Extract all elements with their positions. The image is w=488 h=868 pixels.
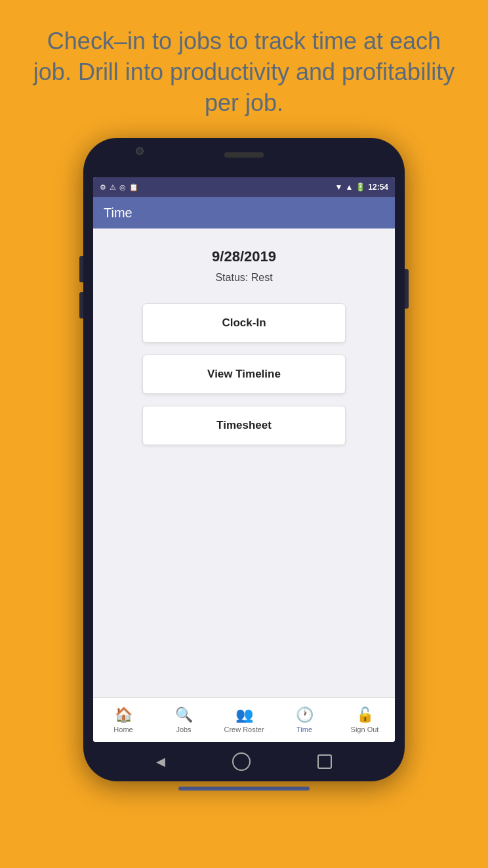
- bottom-navigation: 🏠 Home 🔍 Jobs 👥 Crew Roster 🕐 Time 🔓 Sig…: [93, 697, 395, 742]
- status-display: Status: Rest: [215, 272, 272, 284]
- nav-label-time: Time: [296, 726, 312, 733]
- volume-up-button: [79, 256, 83, 282]
- bottom-accent-bar: [178, 787, 310, 791]
- status-bar-left: ⚙ ⚠ ◎ 📋: [100, 183, 138, 192]
- nav-item-crew-roster[interactable]: 👥 Crew Roster: [214, 706, 274, 733]
- hardware-nav-bar: ◀: [83, 742, 405, 781]
- nav-label-home: Home: [113, 726, 132, 733]
- phone-top: [83, 138, 405, 177]
- volume-down-button: [79, 292, 83, 318]
- view-timeline-button[interactable]: View Timeline: [142, 355, 346, 394]
- clock-in-button[interactable]: Clock-In: [142, 303, 346, 343]
- wifi-icon: ▼: [335, 183, 343, 192]
- app-bar: Time: [93, 197, 395, 228]
- nav-label-crew-roster: Crew Roster: [224, 726, 264, 733]
- circle-icon: ◎: [119, 183, 126, 192]
- home-hw-button[interactable]: [232, 752, 251, 771]
- home-icon: 🏠: [115, 706, 132, 724]
- back-button[interactable]: ◀: [156, 754, 165, 769]
- main-content: 9/28/2019 Status: Rest Clock-In View Tim…: [93, 228, 395, 697]
- phone-screen: ⚙ ⚠ ◎ 📋 ▼ ▲ 🔋 12:54 Time 9/28/2019 Statu…: [93, 177, 395, 742]
- recents-button[interactable]: [317, 754, 332, 769]
- camera: [136, 147, 144, 155]
- crew-icon: 👥: [235, 706, 253, 724]
- warning-icon: ⚠: [110, 183, 116, 192]
- status-bar-right: ▼ ▲ 🔋 12:54: [335, 183, 388, 192]
- settings-icon: ⚙: [100, 183, 106, 192]
- timesheet-button[interactable]: Timesheet: [142, 406, 346, 445]
- sign-out-icon: 🔓: [356, 706, 374, 724]
- status-bar: ⚙ ⚠ ◎ 📋 ▼ ▲ 🔋 12:54: [93, 177, 395, 197]
- app-bar-title: Time: [104, 206, 132, 221]
- clock-display: 12:54: [368, 183, 388, 192]
- nav-item-sign-out[interactable]: 🔓 Sign Out: [335, 706, 395, 733]
- search-icon: 🔍: [175, 706, 193, 724]
- nav-label-jobs: Jobs: [176, 726, 191, 733]
- date-display: 9/28/2019: [212, 248, 276, 265]
- speaker: [224, 152, 264, 158]
- power-button: [405, 269, 409, 309]
- nav-item-home[interactable]: 🏠 Home: [93, 706, 153, 733]
- signal-icon: ▲: [345, 183, 353, 192]
- nav-item-jobs[interactable]: 🔍 Jobs: [153, 706, 214, 733]
- nav-label-sign-out: Sign Out: [351, 726, 379, 733]
- phone-device: ⚙ ⚠ ◎ 📋 ▼ ▲ 🔋 12:54 Time 9/28/2019 Statu…: [83, 138, 405, 781]
- battery-icon: 🔋: [356, 183, 365, 192]
- nav-item-time[interactable]: 🕐 Time: [274, 706, 335, 733]
- clipboard-icon: 📋: [129, 183, 138, 192]
- time-icon: 🕐: [296, 706, 314, 724]
- headline-text: Check–in to jobs to track time at each j…: [0, 0, 488, 138]
